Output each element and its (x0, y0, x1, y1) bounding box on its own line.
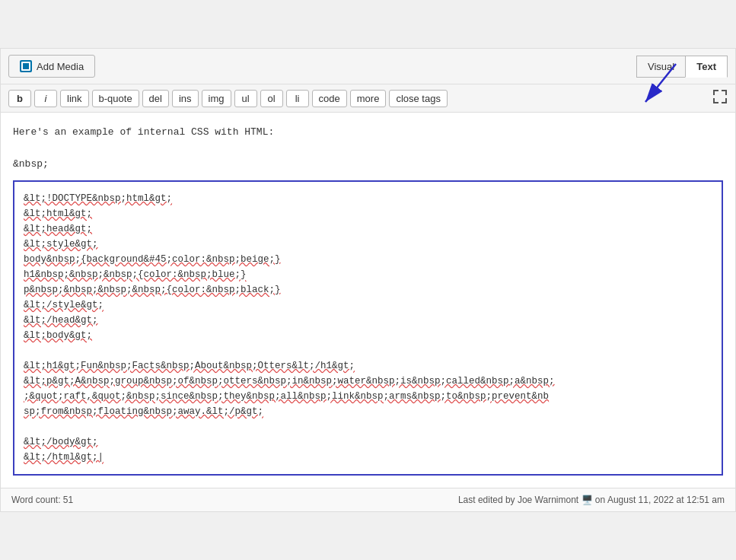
ol-btn[interactable]: ol (260, 90, 283, 107)
close-tags-btn[interactable]: close tags (389, 90, 448, 107)
bold-btn[interactable]: b (8, 90, 31, 107)
link-btn[interactable]: link (60, 90, 89, 107)
intro-line-1: Here's an example of internal CSS with H… (13, 126, 274, 138)
code-btn[interactable]: code (312, 90, 347, 107)
code-line: &lt;/html&gt;| (24, 450, 712, 465)
li-btn[interactable]: li (286, 90, 309, 107)
code-line: &lt;/style&gt; (24, 298, 712, 313)
word-count: Word count: 51 (11, 495, 73, 505)
code-line: &lt;!DOCTYPE&nbsp;html&gt; (24, 191, 712, 206)
last-edited-label: Last edited by Joe Warnimont (458, 495, 578, 505)
ul-btn[interactable]: ul (234, 90, 257, 107)
code-line: &lt;/body&gt; (24, 434, 712, 450)
code-line: p&nbsp;&nbsp;&nbsp;&nbsp;{color:&nbsp;bl… (24, 282, 712, 298)
last-edited-date: on August 11, 2022 at 12:51 am (595, 495, 725, 505)
text-tab[interactable]: Text (685, 56, 728, 78)
word-count-label: Word count: (11, 495, 60, 505)
expand-btn[interactable] (712, 89, 728, 107)
code-line: h1&nbsp;&nbsp;&nbsp;{color:&nbsp;blue;} (24, 267, 712, 282)
ins-btn[interactable]: ins (172, 90, 199, 107)
code-line: ;&quot;raft,&quot;&nbsp;since&nbsp;they&… (24, 389, 712, 404)
code-line: sp;from&nbsp;floating&nbsp;away.&lt;/p&g… (24, 404, 712, 419)
editor-wrapper: Add Media Visual Text b i link b-quote d… (0, 48, 736, 511)
code-line: &lt;p&gt;A&nbsp;group&nbsp;of&nbsp;otter… (24, 374, 712, 389)
expand-icon (712, 89, 728, 104)
add-media-label: Add Media (37, 61, 84, 72)
code-line: body&nbsp;{background&#45;color:&nbsp;be… (24, 252, 712, 267)
code-line: &lt;html&gt; (24, 206, 712, 221)
code-line: &lt;body&gt; (24, 328, 712, 343)
code-line: &lt;style&gt; (24, 237, 712, 252)
top-bar: Add Media Visual Text (1, 49, 735, 84)
img-btn[interactable]: img (202, 90, 231, 107)
bottom-bar: Word count: 51 Last edited by Joe Warnim… (1, 488, 735, 511)
visual-tab[interactable]: Visual (636, 56, 685, 78)
code-line: &lt;h1&gt;Fun&nbsp;Facts&nbsp;About&nbsp… (24, 358, 712, 374)
italic-btn[interactable]: i (34, 90, 57, 107)
last-edited: Last edited by Joe Warnimont 🖥️ on Augus… (458, 495, 725, 505)
code-line: &lt;head&gt; (24, 221, 712, 237)
code-line: &lt;/head&gt; (24, 313, 712, 328)
word-count-value: 51 (63, 495, 73, 505)
more-btn[interactable]: more (350, 90, 387, 107)
del-btn[interactable]: del (142, 90, 169, 107)
intro-line-3: &nbsp; (13, 158, 49, 170)
media-icon (20, 60, 32, 72)
view-tabs: Visual Text (636, 56, 728, 78)
add-media-button[interactable]: Add Media (8, 55, 95, 78)
code-editor[interactable]: &lt;!DOCTYPE&nbsp;html&gt; &lt;html&gt; … (13, 180, 723, 476)
bquote-btn[interactable]: b-quote (92, 90, 139, 107)
format-bar: b i link b-quote del ins img ul ol li co… (1, 84, 735, 113)
intro-text: Here's an example of internal CSS with H… (1, 113, 735, 180)
